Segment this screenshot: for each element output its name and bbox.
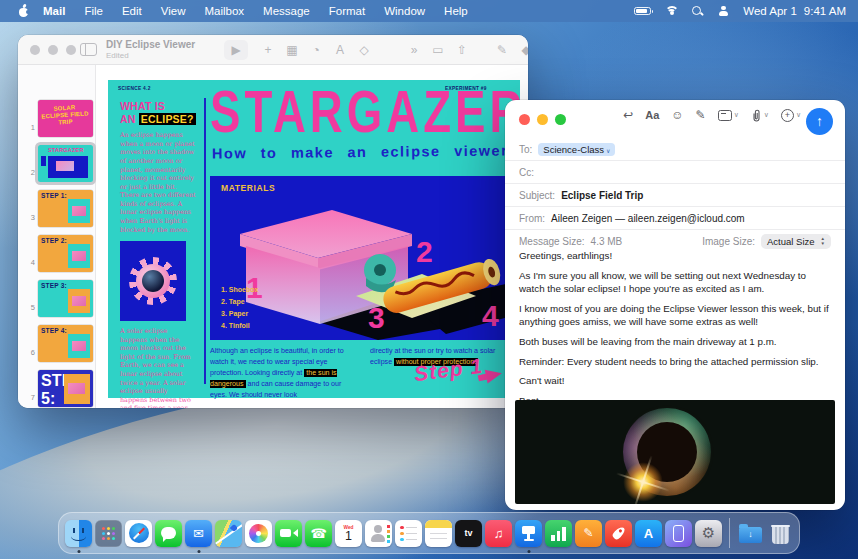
dock-reminders[interactable] [395,520,422,547]
minimize-button[interactable] [537,114,548,125]
dock-notes[interactable] [425,520,452,547]
menu-window[interactable]: Window [384,5,425,17]
keynote-icon [515,520,542,547]
more-icon[interactable]: » [402,43,426,57]
recipient-token[interactable]: Science-Class∨ [538,143,615,156]
close-button[interactable] [519,114,530,125]
dock-music[interactable]: ♫ [485,520,512,547]
menu-help[interactable]: Help [444,5,468,17]
stepper-icon: ▲▼ [821,237,825,245]
text-icon[interactable]: A [328,43,352,57]
minimize-button[interactable] [48,45,58,55]
play-icon[interactable]: ▶ [224,40,248,60]
menu-format[interactable]: Format [329,5,365,17]
format-text-icon[interactable]: Aa [645,109,659,121]
mail-toolbar: ↩ Aa ☺ ✎ ∨ ∨ +∨ [623,108,801,122]
schoolwork-rocket-icon [605,520,632,547]
svg-text:2: 2 [416,235,433,268]
dock-mail[interactable]: ✉ [185,520,212,547]
safety-paragraph-left: Although an eclipse is beautiful, in ord… [210,346,360,401]
dock-settings[interactable]: ⚙ [695,520,722,547]
dock-keynote[interactable] [515,520,542,547]
wifi-icon[interactable] [665,6,678,16]
dock-photos[interactable] [245,520,272,547]
markup-icon[interactable]: ✎ [696,108,706,122]
menu-edit[interactable]: Edit [122,5,142,17]
dock-appstore[interactable]: A [635,520,662,547]
trash-icon [767,520,794,547]
format-brush-icon[interactable]: ✎ [490,43,514,57]
share-icon[interactable]: ⇧ [450,43,474,57]
dock-pages[interactable]: ✎ [575,520,602,547]
slide-thumbnail-6[interactable]: STEP 4: [38,325,93,362]
shape-icon[interactable]: ◇ [352,43,376,57]
eclipse-photo-attachment[interactable] [515,400,835,504]
dock-schoolwork[interactable] [605,520,632,547]
comment-icon[interactable]: ▭ [426,43,450,57]
dock: ✉ ☎ Wed1 tv ♫ ✎ A ⚙ ↓ [58,512,800,554]
materials-list: 1. Shoebox 2. Tape 3. Paper 4. Tinfoil [221,284,258,332]
battery-icon[interactable] [634,7,651,15]
send-button[interactable]: ↑ [806,108,833,135]
slide-thumbnail-1[interactable]: SOLAR ECLIPSE FIELD TRIP [38,100,93,137]
menu-mailbox[interactable]: Mailbox [204,5,244,17]
eclipse-paragraph-1: An eclipse happens when a moon or planet… [120,131,196,234]
maps-icon [215,520,242,547]
dock-messages[interactable] [155,520,182,547]
mail-icon: ✉ [185,520,212,547]
dock-tv[interactable]: tv [455,520,482,547]
undo-icon[interactable]: ↩ [623,108,633,122]
howto-subtitle: How to make an eclipse viewer! [212,142,515,161]
close-button[interactable] [30,45,40,55]
to-field[interactable]: To: Science-Class∨ [505,138,845,161]
dock-maps[interactable] [215,520,242,547]
attach-icon[interactable]: ∨ [751,109,769,122]
zoom-button[interactable] [66,45,76,55]
user-switch-icon[interactable] [717,6,729,17]
dock-numbers[interactable] [545,520,572,547]
slide-thumbnail-4[interactable]: STEP 2: [38,235,93,272]
column-divider [204,98,206,384]
header-fields-icon[interactable]: ∨ [718,110,739,121]
dock-iphone-mirroring[interactable] [665,520,692,547]
dock-contacts[interactable] [365,520,392,547]
table-icon[interactable]: ▦ [280,43,304,57]
menu-message[interactable]: Message [263,5,310,17]
mail-compose-window[interactable]: ↩ Aa ☺ ✎ ∨ ∨ +∨ ↑ To: Science-Class∨ Cc:… [505,100,845,510]
slide-number: 6 [25,348,35,357]
reminders-icon [395,520,422,547]
dock-downloads[interactable]: ↓ [737,520,764,547]
dock-finder[interactable] [65,520,92,547]
dock-phone[interactable]: ☎ [305,520,332,547]
apple-menu-icon[interactable] [18,5,29,17]
slide-number: 3 [25,213,35,222]
slide-canvas[interactable]: SCIENCE 4.2 EXPERIMENT #9 WHAT IS AN ECL… [96,65,528,408]
menu-file[interactable]: File [84,5,103,17]
slide-thumbnail-5[interactable]: STEP 3: [38,280,93,317]
slide-thumbnail-7[interactable]: STEP 5: [38,370,93,407]
emoji-icon[interactable]: ☺ [671,108,683,122]
dock-calendar[interactable]: Wed1 [335,520,362,547]
menu-view[interactable]: View [161,5,186,17]
zoom-button[interactable] [555,114,566,125]
slide-thumbnail-3[interactable]: STEP 1: [38,190,93,227]
image-size-select[interactable]: Actual Size ▲▼ [761,234,831,249]
menubar-clock[interactable]: Wed Apr 1 9:41 AM [743,5,846,17]
keynote-window[interactable]: DIY Eclipse Viewer Edited ▶ + ▦ ◔ A ◇ » … [18,35,528,408]
cc-field[interactable]: Cc: [505,161,845,184]
add-slide-icon[interactable]: + [256,43,280,57]
animate-icon[interactable]: ◆ [514,43,528,57]
dock-facetime[interactable] [275,520,302,547]
chart-icon[interactable]: ◔ [304,43,328,57]
from-field[interactable]: From: Aileen Zeigen — aileen.zeigen@iclo… [505,207,845,230]
dock-safari[interactable] [125,520,152,547]
sidebar-toggle-icon[interactable] [80,43,97,56]
slide-stargazer: SCIENCE 4.2 EXPERIMENT #9 WHAT IS AN ECL… [108,80,520,398]
subject-field[interactable]: Subject: Eclipse Field Trip [505,184,845,207]
slide-thumbnail-2-selected[interactable]: STARGAZER [38,145,93,182]
menu-mail[interactable]: Mail [43,5,65,17]
dock-trash[interactable] [767,520,794,547]
dock-launchpad[interactable] [95,520,122,547]
search-icon[interactable] [692,6,703,17]
insert-icon[interactable]: +∨ [781,109,801,122]
